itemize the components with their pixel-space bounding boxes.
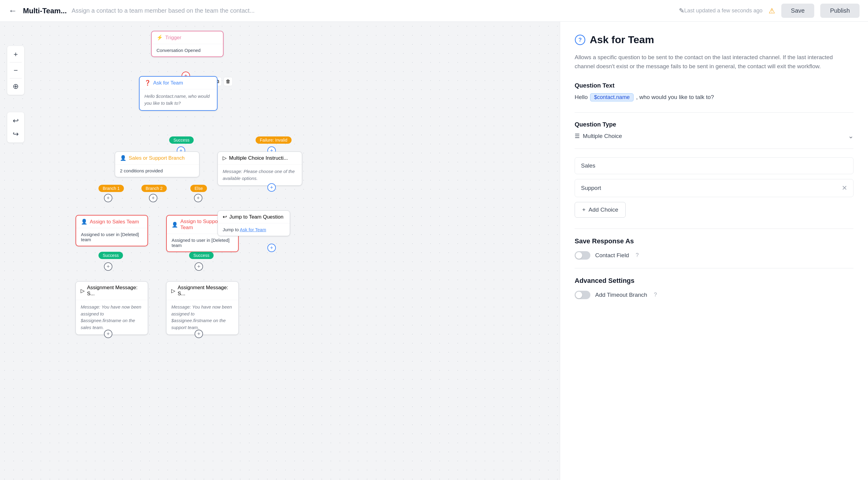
header: ← Multi-Team... Assign a contact to a te… — [0, 0, 868, 22]
else-badge: Else — [190, 185, 207, 192]
right-panel: ? Ask for Team Allows a specific questio… — [560, 22, 868, 480]
ask-header: ❓ Ask for Team — [140, 77, 217, 89]
add-choice-icon: + — [582, 206, 586, 213]
add-step-branch2[interactable]: + — [149, 194, 157, 202]
msg-sales-body: Message: You have now been assigned to $… — [76, 300, 148, 335]
warning-icon: ⚠ — [769, 7, 775, 15]
last-updated: Last updated a few seconds ago — [684, 7, 763, 14]
jump-node[interactable]: ↩ Jump to Team Question Jump to Ask for … — [218, 210, 290, 236]
timeout-branch-toggle[interactable] — [575, 291, 590, 299]
success-badge3-container: Success — [189, 252, 214, 259]
mc-title: Multiple Choice Instructi... — [229, 155, 288, 161]
canvas-area: + − ⊕ ↩ ↪ — [0, 22, 560, 480]
divider-1 — [575, 112, 854, 113]
back-button[interactable]: ← — [8, 6, 17, 16]
panel-title-row: ? Ask for Team — [575, 34, 854, 45]
trigger-event: Conversation Opened — [152, 44, 223, 57]
mc-header: ▷ Multiple Choice Instructi... — [218, 152, 302, 165]
branch1-badge-container: Branch 1 — [98, 185, 124, 192]
contact-field-label: Contact Field — [595, 252, 629, 259]
contact-field-help-icon[interactable]: ? — [636, 252, 639, 259]
undo-button[interactable]: ↩ — [10, 115, 22, 127]
msg-sales-icon: ▷ — [81, 288, 85, 294]
question-text-row: Hello $contact.name , who would you like… — [575, 93, 854, 101]
delete-action-button[interactable]: 🗑 — [224, 77, 232, 86]
svg-text:?: ? — [579, 37, 582, 43]
workflow-title: Multi-Team... — [23, 7, 67, 15]
add-choice-button[interactable]: + Add Choice — [575, 202, 626, 218]
msg-support-header: ▷ Assignment Message: S... — [166, 282, 238, 300]
question-type-label: Question Type — [575, 121, 854, 128]
zoom-divider2 — [10, 78, 22, 78]
branch2-badge: Branch 2 — [142, 185, 167, 192]
divider-3 — [575, 229, 854, 229]
trigger-node[interactable]: ⚡ Trigger Conversation Opened — [151, 31, 224, 57]
msg-sales-title: Assignment Message: S... — [87, 285, 143, 297]
success-badge: Success — [169, 136, 194, 144]
toggle-knob — [576, 252, 582, 259]
choice-2[interactable]: Support ✕ — [575, 179, 854, 197]
add-step-jump-end[interactable]: + — [268, 244, 276, 252]
assign-support-icon: 👤 — [172, 221, 178, 228]
branch-body: 2 conditions provided — [115, 165, 199, 177]
branch-icon: 👤 — [120, 155, 126, 161]
add-step-assign-sales[interactable]: + — [104, 262, 113, 271]
add-step-mc[interactable]: + — [268, 183, 276, 192]
multiple-choice-node[interactable]: ▷ Multiple Choice Instructi... Message: … — [218, 151, 302, 186]
list-icon: ☰ — [575, 133, 580, 139]
save-response-label: Save Response As — [575, 237, 854, 245]
add-step-else[interactable]: + — [194, 194, 203, 202]
jump-link[interactable]: Ask for Team — [240, 227, 266, 232]
edit-icon[interactable]: ✎ — [679, 7, 684, 15]
add-step-msg-support-end[interactable]: + — [194, 330, 203, 338]
question-type-value: ☰ Multiple Choice — [575, 133, 622, 139]
question-text-before: Hello — [575, 94, 588, 101]
trigger-title: Trigger — [165, 35, 181, 41]
add-choice-label: Add Choice — [589, 206, 618, 213]
timeout-branch-label: Add Timeout Branch — [595, 292, 647, 298]
success-badge-2: Success — [98, 252, 123, 259]
undo-controls: ↩ ↪ — [7, 112, 24, 142]
publish-button[interactable]: Publish — [820, 4, 860, 18]
zoom-out-button[interactable]: − — [10, 64, 22, 76]
contact-field-toggle[interactable] — [575, 251, 590, 260]
success-badge2-container: Success — [98, 252, 123, 259]
choice-1[interactable]: Sales — [575, 157, 854, 174]
trigger-header: ⚡ Trigger — [152, 31, 223, 44]
choice-2-delete-button[interactable]: ✕ — [842, 184, 847, 192]
success-badge-container: Success — [169, 136, 194, 144]
question-type-chevron[interactable]: ⌄ — [848, 132, 854, 140]
mc-icon: ▷ — [223, 155, 226, 161]
question-type-row[interactable]: ☰ Multiple Choice ⌄ — [575, 132, 854, 140]
timeout-branch-row: Add Timeout Branch ? — [575, 291, 854, 299]
assign-sales-header: 👤 Assign to Sales Team — [76, 215, 148, 228]
add-step-msg-sales-end[interactable]: + — [104, 330, 113, 338]
zoom-controls: + − ⊕ — [7, 46, 24, 95]
msg-support-title: Assignment Message: S... — [178, 285, 234, 297]
branch-node[interactable]: 👤 Sales or Support Branch 2 conditions p… — [115, 151, 199, 177]
divider-2 — [575, 148, 854, 149]
panel-icon: ? — [575, 34, 586, 45]
timeout-toggle-knob — [576, 292, 582, 298]
workflow-subtitle: Assign a contact to a team member based … — [71, 7, 675, 14]
assign-sales-node[interactable]: 👤 Assign to Sales Team Assigned to user … — [75, 215, 148, 246]
msg-support-node[interactable]: ▷ Assignment Message: S... Message: You … — [166, 281, 239, 335]
contact-name-tag[interactable]: $contact.name — [590, 93, 633, 101]
ask-for-team-node[interactable]: ❓ Ask for Team Hello $contact.name, who … — [139, 76, 218, 111]
add-step-assign-support[interactable]: + — [194, 262, 203, 271]
zoom-fit-button[interactable]: ⊕ — [10, 80, 22, 92]
assign-sales-icon: 👤 — [81, 218, 87, 225]
zoom-in-button[interactable]: + — [10, 48, 22, 60]
panel-title: Ask for Team — [590, 34, 654, 45]
timeout-help-icon[interactable]: ? — [654, 292, 657, 298]
add-step-branch1[interactable]: + — [104, 194, 113, 202]
zoom-divider — [10, 62, 22, 63]
msg-sales-node[interactable]: ▷ Assignment Message: S... Message: You … — [75, 281, 148, 335]
redo-button[interactable]: ↪ — [10, 128, 22, 140]
msg-support-icon: ▷ — [171, 288, 175, 294]
advanced-settings-label: Advanced Settings — [575, 277, 854, 285]
branch1-badge: Branch 1 — [98, 185, 124, 192]
contact-field-toggle-row: Contact Field ? — [575, 251, 854, 260]
choice-2-label: Support — [581, 185, 601, 192]
save-button[interactable]: Save — [781, 4, 814, 18]
